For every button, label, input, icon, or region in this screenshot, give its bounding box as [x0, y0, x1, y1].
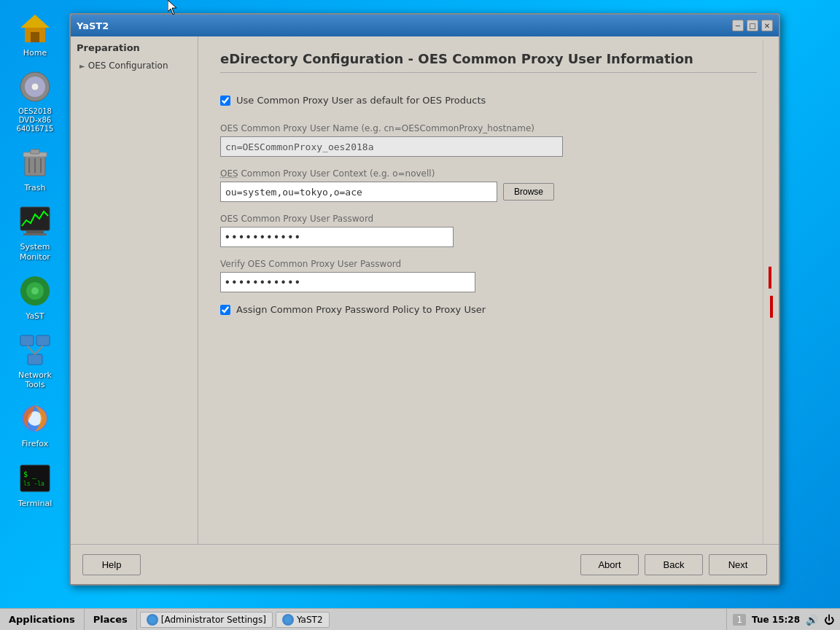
desktop-icon-trash[interactable]: Trash — [6, 142, 64, 195]
novell-brand-panel — [763, 40, 777, 544]
verify-password-input[interactable] — [220, 272, 475, 292]
network-tools-label: NetworkTools — [18, 370, 52, 389]
yast-icon — [18, 273, 52, 308]
page-title: eDirectory Configuration - OES Common Pr… — [220, 51, 757, 73]
back-button[interactable]: Back — [645, 554, 703, 575]
trash-icon — [18, 145, 52, 180]
taskbar-item-yast2[interactable]: YaST2 — [276, 612, 330, 628]
svg-line-29 — [35, 346, 43, 354]
svg-point-7 — [31, 83, 39, 90]
svg-rect-16 — [26, 230, 44, 233]
bottom-right: Abort Back Next — [580, 554, 767, 575]
svg-text:ls -la: ls -la — [23, 481, 44, 487]
novell-brand-text — [761, 267, 779, 318]
desktop-icon-home[interactable]: Home — [6, 7, 64, 61]
svg-rect-23 — [20, 289, 26, 293]
terminal-icon: $ _ ls -la — [18, 461, 52, 496]
svg-line-28 — [27, 346, 35, 354]
dvd-icon — [18, 69, 52, 104]
yast-window: YaST2 − □ ✕ Preparation ► OES Configurat… — [69, 13, 780, 586]
proxy-password-label: OES Common Proxy User Password — [220, 214, 757, 224]
taskbar-items: [Administrator Settings] YaST2 — [137, 609, 727, 630]
proxy-user-context-label: OES Common Proxy User Context (e.g. o=no… — [220, 168, 757, 179]
taskbar: Applications Places [Administrator Setti… — [0, 608, 840, 630]
desktop-icons: Home OES2018DVD-x8664016715 Trash — [6, 7, 64, 511]
home-label: Home — [23, 48, 47, 58]
network-tools-icon — [18, 332, 52, 368]
firefox-icon — [18, 401, 52, 436]
sidebar-item-label: OES Configuration — [88, 61, 168, 71]
main-content: eDirectory Configuration - OES Common Pr… — [198, 36, 779, 544]
desktop-icon-network-tools[interactable]: NetworkTools — [6, 330, 64, 392]
desktop-icon-yast[interactable]: YaST — [6, 271, 64, 324]
proxy-user-name-label: OES Common Proxy User Name (e.g. cn=OESC… — [220, 123, 757, 133]
yast2-taskbar-icon — [282, 614, 294, 626]
sidebar-item-oes-configuration[interactable]: ► OES Configuration — [77, 59, 192, 72]
assign-policy-row: Assign Common Proxy Password Policy to P… — [220, 304, 757, 315]
admin-settings-icon — [147, 614, 158, 626]
desktop-icon-terminal[interactable]: $ _ ls -la Terminal — [6, 458, 64, 511]
window-controls: − □ ✕ — [732, 20, 773, 31]
svg-rect-3 — [31, 32, 39, 42]
firefox-label: Firefox — [22, 439, 48, 448]
terminal-label: Terminal — [18, 499, 52, 508]
form-section: Use Common Proxy User as default for OES… — [220, 95, 757, 315]
yast-label: YaST — [26, 311, 44, 321]
svg-rect-22 — [33, 300, 37, 306]
proxy-user-context-row: Browse — [220, 182, 757, 202]
use-common-proxy-checkbox[interactable] — [220, 96, 230, 106]
taskbar-time: Tue 15:28 — [752, 615, 800, 625]
trash-label: Trash — [24, 183, 45, 192]
system-monitor-icon — [18, 204, 52, 239]
taskbar-places-menu[interactable]: Places — [85, 609, 137, 630]
desktop-icon-dvd[interactable]: OES2018DVD-x8664016715 — [6, 66, 64, 136]
svg-text:$ _: $ _ — [23, 470, 37, 479]
next-button[interactable]: Next — [709, 554, 767, 575]
taskbar-page-num: 1 — [733, 614, 746, 626]
home-icon — [18, 10, 52, 45]
svg-rect-17 — [23, 233, 47, 236]
taskbar-item-admin-settings[interactable]: [Administrator Settings] — [140, 612, 273, 628]
proxy-password-input[interactable] — [220, 227, 454, 247]
power-icon[interactable]: ⏻ — [824, 614, 834, 626]
volume-icon[interactable]: 🔊 — [806, 614, 818, 626]
use-common-proxy-row: Use Common Proxy User as default for OES… — [220, 95, 757, 106]
abort-button[interactable]: Abort — [580, 554, 639, 575]
minimize-button[interactable]: − — [732, 20, 744, 31]
assign-policy-checkbox[interactable] — [220, 305, 230, 315]
window-body: Preparation ► OES Configuration eDirecto… — [71, 36, 779, 544]
svg-point-20 — [31, 287, 39, 295]
svg-rect-26 — [36, 335, 50, 346]
proxy-user-name-group: OES Common Proxy User Name (e.g. cn=OESC… — [220, 123, 757, 157]
proxy-user-context-group: OES Common Proxy User Context (e.g. o=no… — [220, 168, 757, 202]
desktop-icon-firefox[interactable]: Firefox — [6, 398, 64, 451]
proxy-password-group: OES Common Proxy User Password — [220, 214, 757, 247]
taskbar-applications-menu[interactable]: Applications — [0, 609, 85, 630]
proxy-user-name-input[interactable] — [220, 136, 563, 157]
verify-password-label: Verify OES Common Proxy User Password — [220, 259, 757, 269]
bottom-bar: Help Abort Back Next — [71, 544, 779, 584]
left-panel: Preparation ► OES Configuration — [71, 36, 198, 544]
taskbar-right: 1 Tue 15:28 🔊 ⏻ — [726, 609, 840, 630]
svg-point-35 — [149, 616, 156, 623]
window-title: YaST2 — [77, 20, 109, 31]
svg-rect-25 — [20, 335, 34, 346]
desktop-icon-system-monitor[interactable]: SystemMonitor — [6, 201, 64, 264]
svg-marker-2 — [20, 15, 50, 28]
window-titlebar: YaST2 − □ ✕ — [71, 15, 779, 36]
verify-password-group: Verify OES Common Proxy User Password — [220, 259, 757, 292]
taskbar-item-admin-settings-label: [Administrator Settings] — [161, 615, 266, 625]
close-button[interactable]: ✕ — [761, 20, 773, 31]
svg-rect-11 — [31, 149, 39, 154]
svg-rect-32 — [20, 465, 50, 491]
left-panel-title: Preparation — [77, 42, 192, 53]
browse-button[interactable]: Browse — [503, 183, 554, 201]
svg-rect-15 — [20, 207, 50, 230]
arrow-icon: ► — [79, 62, 85, 70]
maximize-button[interactable]: □ — [747, 20, 758, 31]
assign-policy-label: Assign Common Proxy Password Policy to P… — [236, 304, 486, 315]
help-button[interactable]: Help — [82, 554, 141, 575]
proxy-user-context-input[interactable] — [220, 182, 497, 202]
bottom-left: Help — [82, 554, 141, 575]
svg-rect-4 — [28, 20, 32, 26]
